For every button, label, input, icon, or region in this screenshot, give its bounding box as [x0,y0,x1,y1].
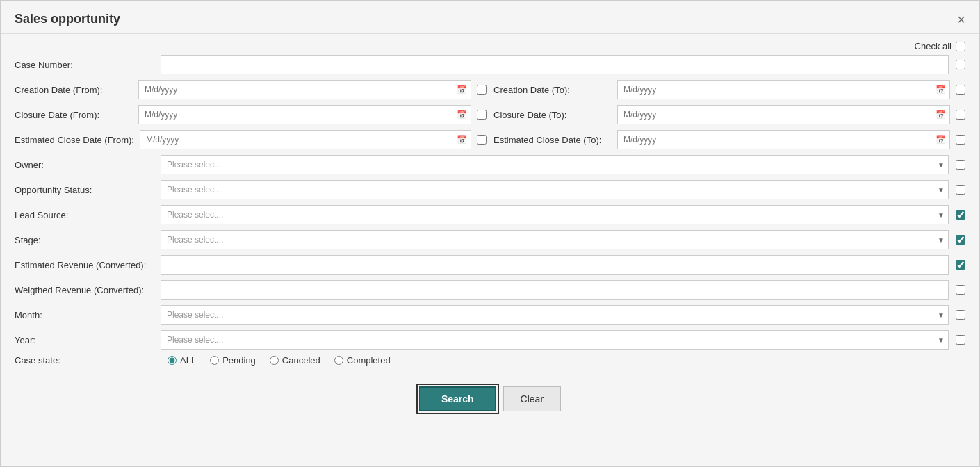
closure-date-from-checkbox[interactable] [477,110,487,120]
estimated-revenue-input-wrap [161,255,949,275]
estimated-revenue-row: Estimated Revenue (Converted): [15,255,965,275]
stage-select-wrap: Please select... ▼ [161,230,949,249]
closure-date-to-checkbox[interactable] [956,110,965,120]
form-body: Case Number: Creation Date (From): 📅 Cre… [1,55,979,425]
case-state-completed-radio[interactable] [334,356,343,365]
lead-source-checkbox[interactable] [956,210,965,220]
weigthed-revenue-input[interactable] [161,280,949,300]
case-state-label: Case state: [15,355,154,366]
stage-select[interactable]: Please select... [161,230,949,249]
case-number-row: Case Number: [15,55,965,74]
year-label: Year: [15,335,154,345]
weigthed-revenue-input-wrap [161,280,949,300]
estimated-close-from-wrap: 📅 [140,130,471,149]
opportunity-status-label: Opportunity Status: [15,185,154,195]
case-state-canceled-item[interactable]: Canceled [270,355,320,366]
case-number-label: Case Number: [15,60,154,70]
creation-date-from-wrap: 📅 [138,80,471,99]
case-state-pending-radio[interactable] [210,356,219,365]
opportunity-status-row: Opportunity Status: Please select... ▼ [15,180,965,199]
estimated-close-to-group: Estimated Close Date (To): 📅 [493,130,965,149]
stage-checkbox[interactable] [956,235,965,245]
creation-date-to-wrap: 📅 [617,80,950,99]
close-button[interactable]: × [957,13,965,26]
lead-source-select[interactable]: Please select... [161,205,949,224]
case-state-completed-item[interactable]: Completed [334,355,391,366]
month-label: Month: [15,310,154,320]
year-row: Year: Please select... ▼ [15,330,965,350]
case-state-pending-item[interactable]: Pending [210,355,256,366]
estimated-close-from-input[interactable] [140,130,471,149]
case-state-canceled-radio[interactable] [270,356,279,365]
estimated-revenue-input[interactable] [161,255,949,275]
modal-title: Sales opportunity [15,12,120,26]
year-select-wrap: Please select... ▼ [161,330,949,350]
closure-date-row: Closure Date (From): 📅 Closure Date (To)… [15,105,965,124]
closure-date-from-wrap: 📅 [138,105,471,124]
owner-checkbox[interactable] [956,160,965,170]
estimated-revenue-checkbox[interactable] [956,260,965,270]
case-number-input[interactable] [161,55,949,74]
month-checkbox[interactable] [956,310,965,320]
weigthed-revenue-label: Weigthed Revenue (Converted): [15,285,154,295]
check-all-checkbox[interactable] [956,42,965,51]
case-state-all-item[interactable]: ALL [168,355,196,366]
creation-date-from-checkbox[interactable] [477,85,487,95]
creation-date-from-label: Creation Date (From): [15,85,133,95]
estimated-close-from-checkbox[interactable] [477,135,487,145]
creation-date-to-label: Creation Date (To): [493,85,612,95]
creation-date-from-group: Creation Date (From): 📅 [15,80,487,99]
closure-date-to-input[interactable] [617,105,950,124]
opportunity-status-checkbox[interactable] [956,185,965,195]
lead-source-select-wrap: Please select... ▼ [161,205,949,224]
closure-date-from-input[interactable] [138,105,471,124]
creation-date-to-input[interactable] [617,80,950,99]
creation-date-from-input[interactable] [138,80,471,99]
closure-date-to-wrap: 📅 [617,105,950,124]
case-state-row: Case state: ALL Pending Canceled Complet… [15,355,965,366]
case-number-checkbox[interactable] [956,60,965,69]
lead-source-row: Lead Source: Please select... ▼ [15,205,965,224]
clear-button[interactable]: Clear [503,386,561,411]
closure-date-to-label: Closure Date (To): [493,110,612,120]
owner-select-wrap: Please select... ▼ [161,155,949,174]
estimated-close-date-row: Estimated Close Date (From): 📅 Estimated… [15,130,965,149]
estimated-close-from-group: Estimated Close Date (From): 📅 [15,130,487,149]
stage-label: Stage: [15,235,154,245]
case-state-radio-group: ALL Pending Canceled Completed [168,355,391,366]
opportunity-status-select[interactable]: Please select... [161,180,949,199]
year-select[interactable]: Please select... [161,330,949,350]
estimated-close-to-label: Estimated Close Date (To): [493,135,612,145]
modal-header: Sales opportunity × [1,1,979,34]
owner-label: Owner: [15,160,154,170]
weigthed-revenue-checkbox[interactable] [956,285,965,295]
estimated-close-to-checkbox[interactable] [956,135,965,145]
modal-container: Sales opportunity × Check all Case Numbe… [0,0,980,467]
closure-date-from-group: Closure Date (From): 📅 [15,105,487,124]
button-row: Search Clear [15,386,965,411]
check-all-label: Check all [915,41,952,51]
case-state-all-radio[interactable] [168,356,177,365]
opportunity-status-select-wrap: Please select... ▼ [161,180,949,199]
closure-date-from-label: Closure Date (From): [15,110,133,120]
owner-select[interactable]: Please select... [161,155,949,174]
case-state-canceled-label: Canceled [282,355,320,366]
check-all-row: Check all [1,34,979,55]
estimated-revenue-label: Estimated Revenue (Converted): [15,260,154,270]
stage-row: Stage: Please select... ▼ [15,230,965,249]
month-select[interactable]: Please select... [161,305,949,325]
lead-source-label: Lead Source: [15,210,154,220]
estimated-close-from-label: Estimated Close Date (From): [15,135,134,145]
case-state-all-label: ALL [180,355,196,366]
year-checkbox[interactable] [956,335,965,345]
creation-date-to-checkbox[interactable] [956,85,965,95]
estimated-close-to-wrap: 📅 [617,130,950,149]
search-button[interactable]: Search [419,386,496,411]
owner-row: Owner: Please select... ▼ [15,155,965,174]
month-row: Month: Please select... ▼ [15,305,965,325]
weigthed-revenue-row: Weigthed Revenue (Converted): [15,280,965,300]
estimated-close-to-input[interactable] [617,130,950,149]
creation-date-to-group: Creation Date (To): 📅 [493,80,965,99]
closure-date-to-group: Closure Date (To): 📅 [493,105,965,124]
creation-date-row: Creation Date (From): 📅 Creation Date (T… [15,80,965,99]
